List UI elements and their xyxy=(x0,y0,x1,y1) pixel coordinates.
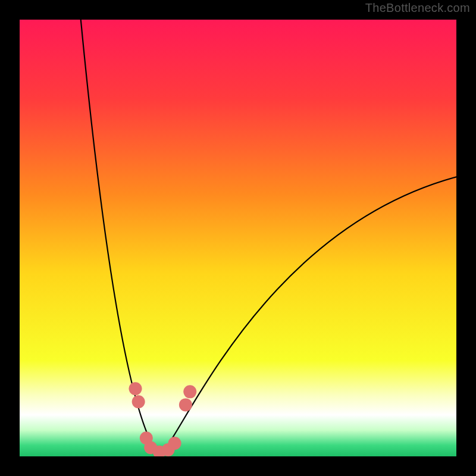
chart-plot xyxy=(20,20,456,456)
watermark-text: TheBottleneck.com xyxy=(365,1,470,15)
marker-dot xyxy=(183,385,196,398)
marker-dot xyxy=(129,382,142,395)
marker-dot xyxy=(179,398,192,411)
chart-frame: TheBottleneck.com xyxy=(0,0,476,476)
marker-dot xyxy=(132,395,145,408)
marker-dot xyxy=(168,437,181,450)
gradient-rect xyxy=(20,20,456,456)
